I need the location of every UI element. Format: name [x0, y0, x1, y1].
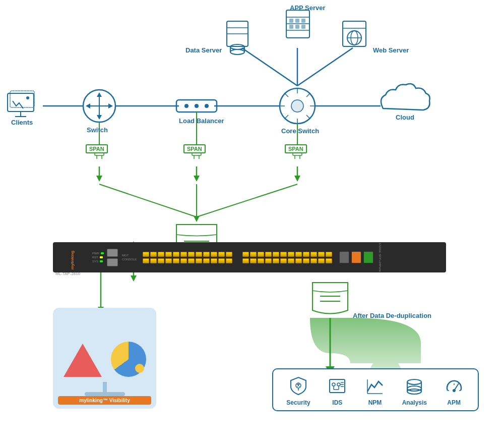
svg-rect-48: [295, 25, 299, 29]
web-server-label: Web Server: [373, 46, 409, 54]
visibility-box: mylinking™ Visibility: [53, 308, 156, 409]
svg-rect-46: [301, 19, 305, 23]
after-dedup-label: After Data De-duplication: [353, 312, 431, 319]
svg-point-36: [230, 44, 244, 49]
svg-line-73: [99, 184, 197, 217]
svg-point-106: [407, 379, 421, 384]
vis-brand-label: mylinking™ Visibility: [58, 396, 151, 405]
app-server-label: APP Server: [290, 4, 326, 12]
vis-pie-icon: [111, 342, 146, 377]
ids-icon: [327, 375, 348, 397]
analysis-icon: [404, 375, 425, 397]
port-sfp-1: [143, 252, 149, 257]
chassis-spec: 1/10GE SFP+24Ports: [379, 243, 382, 272]
svg-rect-49: [301, 25, 305, 29]
chassis-rj45-1: [107, 249, 118, 257]
svg-marker-18: [108, 103, 113, 108]
tools-box: + Security IDS: [272, 368, 479, 411]
svg-line-75: [197, 184, 297, 217]
svg-line-31: [306, 115, 310, 119]
svg-marker-83: [131, 275, 137, 282]
core-switch-label: Core Switch: [281, 127, 319, 135]
svg-rect-33: [227, 21, 248, 46]
chassis-model-label: ML-TAP-2810: [55, 271, 80, 276]
span-badge-switch: SPAN: [86, 144, 108, 153]
tool-ids: IDS: [327, 375, 348, 406]
span-badge-core: SPAN: [285, 144, 307, 153]
data-server-label: Data Server: [185, 46, 222, 54]
svg-point-21: [195, 104, 199, 108]
vis-triangle-icon: [64, 344, 102, 377]
svg-line-4: [242, 48, 297, 86]
security-icon: +: [288, 375, 309, 397]
svg-marker-16: [97, 115, 102, 120]
svg-point-97: [337, 383, 340, 386]
tool-npm: NPM: [364, 375, 386, 406]
cloud-label: Cloud: [396, 114, 414, 121]
tool-security: + Security: [286, 375, 310, 406]
switch-label: Switch: [87, 126, 108, 134]
diagram: APP Server Data Server Web Server Client…: [0, 0, 504, 442]
svg-marker-60: [96, 176, 102, 182]
vis-monitor-stand: [103, 382, 107, 392]
svg-line-29: [306, 93, 310, 97]
svg-rect-95: [330, 379, 345, 393]
svg-line-6: [297, 48, 353, 86]
svg-line-28: [285, 93, 288, 97]
svg-point-39: [230, 49, 244, 54]
clients-label: Clients: [11, 119, 33, 126]
chassis-brand: mylinking: [70, 245, 75, 275]
svg-point-53: [351, 31, 358, 45]
span-badge-lb: SPAN: [183, 144, 206, 153]
apm-icon: [444, 375, 465, 397]
svg-rect-40: [286, 10, 309, 38]
svg-point-20: [184, 104, 188, 108]
tool-analysis: Analysis: [402, 375, 427, 406]
svg-point-52: [347, 31, 361, 45]
svg-marker-76: [194, 216, 200, 222]
svg-text:+: +: [297, 381, 300, 387]
svg-rect-7: [8, 93, 34, 112]
svg-point-23: [280, 88, 315, 124]
port-sfp-large-3: [363, 251, 373, 263]
svg-marker-72: [294, 176, 300, 182]
svg-rect-45: [295, 19, 299, 23]
port-sfp-large-1: [339, 251, 349, 263]
svg-point-114: [453, 389, 456, 392]
svg-point-32: [291, 100, 303, 112]
tool-apm: APM: [444, 375, 465, 406]
svg-rect-44: [289, 19, 293, 23]
svg-marker-15: [97, 92, 102, 97]
port-sfp-large-2: [351, 251, 361, 263]
chassis: mylinking PWR RST SYS MGT CONSOLE: [53, 242, 446, 272]
load-balancer-label: Load Balancer: [179, 117, 224, 125]
chassis-rj45-2: [107, 258, 118, 266]
svg-marker-66: [194, 176, 200, 182]
npm-icon: [364, 375, 386, 397]
svg-rect-50: [343, 21, 366, 46]
svg-point-10: [26, 96, 29, 99]
svg-rect-19: [176, 100, 217, 112]
svg-marker-17: [86, 103, 90, 108]
vis-monitor-base: [85, 392, 125, 396]
svg-line-30: [285, 115, 288, 119]
svg-rect-11: [10, 91, 34, 107]
svg-point-22: [205, 104, 209, 108]
svg-rect-47: [289, 25, 293, 29]
svg-point-96: [332, 383, 335, 386]
svg-point-12: [83, 90, 115, 122]
chassis-leds: PWR RST SYS: [92, 252, 104, 263]
